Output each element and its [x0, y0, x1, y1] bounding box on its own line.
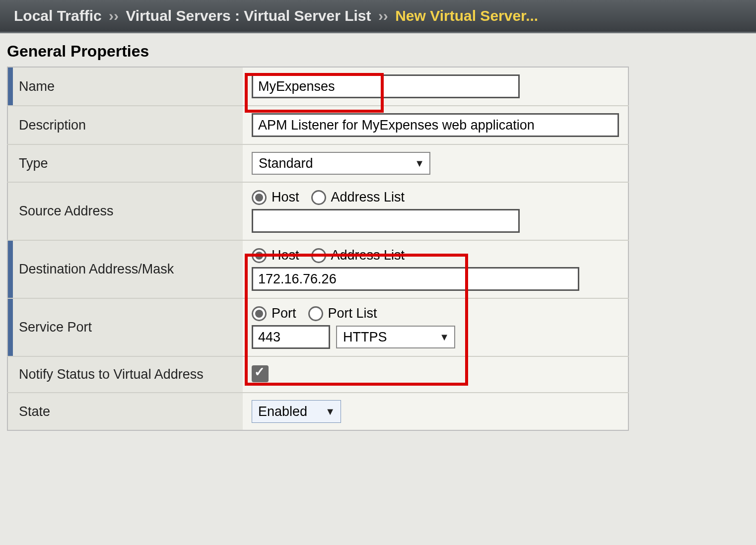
state-select[interactable]: Enabled: [252, 400, 341, 423]
service-port-radio[interactable]: [252, 306, 267, 321]
row-source-address: Source Address Host Address List: [7, 182, 628, 240]
row-description: Description: [7, 106, 628, 144]
label-notify-status: Notify Status to Virtual Address: [7, 356, 243, 393]
label-source-address: Source Address: [7, 182, 243, 240]
source-host-radio-label: Host: [272, 190, 299, 205]
label-description: Description: [7, 106, 243, 144]
service-port-list-radio[interactable]: [308, 306, 323, 321]
label-state: State: [7, 393, 243, 430]
breadcrumb-sep-2: ››: [378, 7, 388, 24]
row-service-port: Service Port Port Port List HTTPS ▼: [7, 298, 628, 356]
breadcrumb: Local Traffic ›› Virtual Servers : Virtu…: [0, 0, 756, 33]
dest-host-radio[interactable]: [252, 248, 267, 263]
general-properties-table: Name Description Type Standard ▼: [7, 67, 629, 431]
row-type: Type Standard ▼: [7, 144, 628, 182]
dest-address-input[interactable]: [252, 267, 579, 291]
type-select[interactable]: Standard: [252, 152, 430, 175]
label-type: Type: [7, 144, 243, 182]
dest-host-radio-label: Host: [272, 248, 299, 263]
breadcrumb-seg-current: New Virtual Server...: [395, 7, 538, 24]
dest-address-list-radio[interactable]: [311, 248, 326, 263]
source-host-radio[interactable]: [252, 190, 267, 205]
service-port-input[interactable]: [252, 325, 330, 349]
source-address-list-radio-label: Address List: [331, 190, 405, 205]
description-input[interactable]: [252, 113, 619, 137]
row-name: Name: [7, 67, 628, 106]
source-address-list-radio[interactable]: [311, 190, 326, 205]
section-title-general-properties: General Properties: [0, 33, 756, 67]
breadcrumb-seg-local-traffic[interactable]: Local Traffic: [14, 7, 102, 24]
service-port-protocol-select[interactable]: HTTPS: [336, 326, 455, 348]
service-port-list-radio-label: Port List: [328, 306, 377, 321]
service-port-radio-label: Port: [272, 306, 296, 321]
row-notify-status: Notify Status to Virtual Address: [7, 356, 628, 393]
breadcrumb-seg-virtual-servers[interactable]: Virtual Servers : Virtual Server List: [126, 7, 371, 24]
dest-address-list-radio-label: Address List: [331, 248, 405, 263]
breadcrumb-sep-1: ››: [109, 7, 119, 24]
row-state: State Enabled ▼: [7, 393, 628, 430]
name-input[interactable]: [252, 74, 520, 98]
notify-status-checkbox[interactable]: [252, 365, 269, 382]
label-service-port: Service Port: [7, 298, 243, 356]
source-address-input[interactable]: [252, 209, 520, 233]
row-destination-address: Destination Address/Mask Host Address Li…: [7, 240, 628, 298]
label-name: Name: [7, 67, 243, 106]
label-destination-address: Destination Address/Mask: [7, 240, 243, 298]
